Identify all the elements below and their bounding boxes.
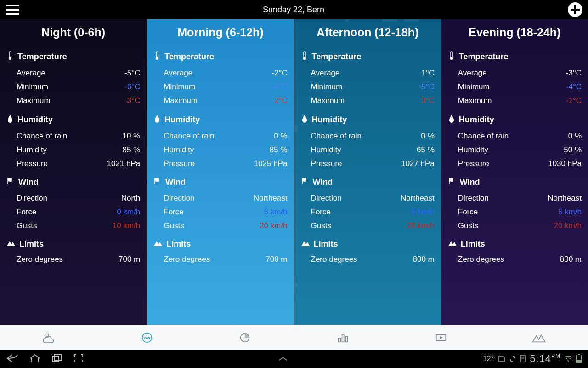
column-title: Night (0-6h) [6,26,140,39]
thermometer-icon [448,51,455,63]
column-title: Evening (18-24h) [448,26,582,39]
app-topbar: Sunday 22, Bern [0,0,588,19]
thermometer-icon [6,51,14,63]
recent-icon [51,354,62,363]
row-pressure: Pressure1021 hPa [6,157,140,171]
plus-icon [571,5,580,14]
row-humidity: Humidity85 % [6,143,140,157]
svg-rect-12 [338,338,340,342]
column-title: Afternoon (12-18h) [301,26,435,39]
bottom-tabs: 24h [0,325,588,350]
menu-button[interactable] [6,5,19,15]
recent-apps-button[interactable] [51,354,62,364]
column-night: Night (0-6h)TemperatureAverage-5°CMinimu… [0,19,147,325]
status-tray[interactable]: 12° 5:14PM [483,353,582,365]
row-chance-rain: Chance of rain0 % [153,129,287,143]
row-pressure: Pressure1025 hPa [153,157,287,171]
row-minimum: Minimum-6°C [6,80,140,94]
back-button[interactable] [6,354,18,364]
row-direction: DirectionNortheast [448,191,582,205]
svg-point-5 [303,57,305,60]
section-wind: Wind [6,177,140,188]
flag-icon [153,177,162,188]
droplet-icon [6,114,14,126]
tab-pie[interactable] [196,325,294,350]
row-zero-degrees: Zero degrees700 m [153,253,287,266]
tab-video[interactable] [392,325,490,350]
flag-icon [301,177,309,188]
screenshot-button[interactable] [74,354,84,364]
system-navbar: 12° 5:14PM [0,350,588,368]
sdcard-icon [498,355,506,362]
row-chance-rain: Chance of rain10 % [6,129,140,143]
svg-point-1 [9,57,11,60]
back-icon [6,354,18,363]
section-limits: Limits [448,239,582,249]
expand-handle[interactable] [277,353,288,365]
section-humidity: Humidity [153,114,287,126]
section-humidity: Humidity [6,114,140,126]
row-direction: DirectionNortheast [301,191,435,205]
mountain-icon [301,239,310,249]
section-temperature: Temperature [301,51,435,63]
svg-rect-2 [156,52,158,57]
section-wind: Wind [301,177,435,188]
section-humidity: Humidity [448,114,582,126]
row-maximum: Maximum2°C [153,94,287,108]
daypart-grid: Night (0-6h)TemperatureAverage-5°CMinimu… [0,19,588,325]
svg-rect-0 [9,52,11,57]
row-zero-degrees: Zero degrees700 m [6,253,140,266]
droplet-icon [153,114,161,126]
row-direction: DirectionNorth [6,191,140,205]
row-chance-rain: Chance of rain0 % [448,129,582,143]
home-button[interactable] [29,354,40,364]
row-gusts: Gusts20 km/h [153,219,287,233]
page-title: Sunday 22, Bern [263,5,324,15]
droplet-icon [448,114,455,126]
thermometer-icon [301,51,308,63]
chevron-up-icon [277,356,288,362]
clock-24-icon: 24h [139,331,155,344]
row-minimum: Minimum-6°C [153,80,287,94]
svg-point-21 [568,361,569,362]
row-humidity: Humidity50 % [448,143,582,157]
row-humidity: Humidity85 % [153,143,287,157]
svg-point-3 [156,57,158,60]
row-direction: DirectionNortheast [153,191,287,205]
row-maximum: Maximum-1°C [448,94,582,108]
row-average: Average-3°C [448,66,582,80]
row-maximum: Maximum-3°C [6,94,140,108]
column-evening: Evening (18-24h)TemperatureAverage-3°CMi… [441,19,588,325]
tab-bars[interactable] [294,325,392,350]
section-humidity: Humidity [301,114,435,126]
droplet-icon [301,114,308,126]
row-maximum: Maximum3°C [301,94,435,108]
barchart-icon [335,331,351,344]
row-humidity: Humidity65 % [301,143,435,157]
section-limits: Limits [301,239,435,249]
row-gusts: Gusts20 km/h [448,219,582,233]
sync-icon [509,355,516,362]
flag-icon [448,177,456,188]
add-location-button[interactable] [568,2,582,17]
row-average: Average-5°C [6,66,140,80]
wifi-icon [564,355,572,362]
tab-mountains[interactable] [490,325,588,350]
tab-forecast[interactable] [0,325,98,350]
section-wind: Wind [448,177,582,188]
svg-rect-16 [52,356,59,362]
section-temperature: Temperature [153,51,287,63]
row-gusts: Gusts20 km/h [301,219,435,233]
row-force: Force0 km/h [6,205,140,219]
tab-24h[interactable]: 24h [98,325,196,350]
svg-rect-14 [345,336,347,342]
section-limits: Limits [6,239,140,249]
column-afternoon: Afternoon (12-18h)TemperatureAverage1°CM… [294,19,441,325]
section-wind: Wind [153,177,287,188]
pie-icon [237,331,253,344]
row-pressure: Pressure1027 hPa [301,157,435,171]
capture-icon [74,354,84,363]
svg-point-7 [450,57,453,60]
column-morning: Morning (6-12h)TemperatureAverage-2°CMin… [147,19,294,325]
row-gusts: Gusts10 km/h [6,219,140,233]
